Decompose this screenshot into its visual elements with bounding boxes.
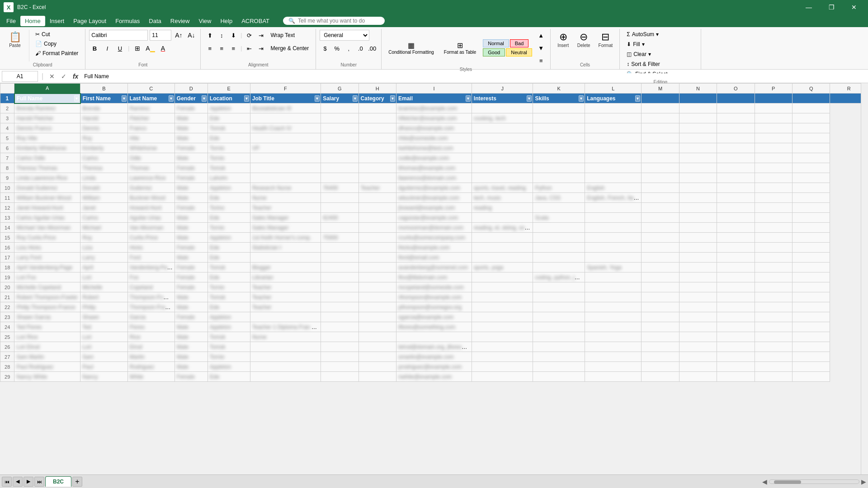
cell[interactable]: Kimberly	[80, 143, 127, 153]
cell-empty[interactable]	[755, 312, 792, 322]
menu-file[interactable]: File	[2, 16, 20, 26]
cell[interactable]: avandenberg@somenet.com	[396, 263, 472, 272]
cell[interactable]: 75900	[321, 233, 359, 243]
cell[interactable]	[533, 282, 585, 292]
cell[interactable]: VP	[250, 143, 321, 153]
filter-button-last-name[interactable]: ▾	[169, 95, 174, 102]
cell[interactable]	[359, 263, 396, 272]
cell[interactable]	[321, 282, 359, 292]
cell[interactable]: Male	[175, 183, 208, 193]
cell-empty[interactable]	[717, 113, 755, 123]
cell-empty[interactable]	[755, 352, 792, 362]
cell-empty[interactable]	[679, 322, 717, 332]
cell-empty[interactable]	[679, 332, 717, 342]
cell-empty[interactable]	[792, 292, 830, 302]
sheet-nav-next[interactable]: ▶	[24, 477, 33, 487]
cell[interactable]	[250, 163, 321, 173]
menu-review[interactable]: Review	[166, 16, 194, 26]
cell[interactable]: Lori	[80, 272, 127, 282]
cell-empty[interactable]	[642, 272, 679, 282]
cell[interactable]: Male	[175, 133, 208, 143]
cell[interactable]	[321, 243, 359, 253]
cell-empty[interactable]	[642, 183, 679, 193]
cell-empty[interactable]	[642, 133, 679, 143]
cell-empty[interactable]	[717, 103, 755, 113]
cell[interactable]: Larry	[80, 253, 127, 263]
cell[interactable]: rhite@somesite.com	[396, 133, 472, 143]
cell-empty[interactable]	[642, 372, 679, 382]
cell[interactable]: Teacher	[250, 292, 321, 302]
font-color-button[interactable]: A	[157, 43, 168, 54]
cell[interactable]	[585, 223, 642, 233]
cell[interactable]	[321, 292, 359, 302]
cell-empty[interactable]	[642, 263, 679, 272]
cell-empty[interactable]	[679, 312, 717, 322]
cell[interactable]: Nurse	[250, 332, 321, 342]
cell-empty[interactable]	[792, 173, 830, 183]
cell[interactable]	[359, 352, 396, 362]
align-left-button[interactable]: ≡	[204, 43, 215, 54]
cell[interactable]	[533, 163, 585, 173]
cell-empty[interactable]	[679, 223, 717, 233]
cell-empty[interactable]	[642, 153, 679, 163]
col-header-o[interactable]: O	[717, 84, 755, 94]
cell[interactable]: rcurtis@somecompany.com	[396, 233, 472, 243]
cell[interactable]	[472, 253, 533, 263]
cell[interactable]: reading	[472, 203, 533, 213]
filter-button-full-name[interactable]: ▾	[74, 95, 79, 102]
cell[interactable]: Ede	[208, 272, 250, 282]
cell[interactable]	[533, 133, 585, 143]
cell[interactable]	[472, 123, 533, 133]
cell[interactable]	[533, 302, 585, 312]
cell[interactable]: Van-Moorman	[127, 223, 175, 233]
style-neutral[interactable]: Neutral	[506, 48, 532, 56]
cell[interactable]: Male	[175, 223, 208, 233]
format-button[interactable]: ⊟ Format	[595, 30, 616, 50]
cell[interactable]: Donald	[80, 183, 127, 193]
cell[interactable]: Blogger	[250, 263, 321, 272]
cell[interactable]: Tornio	[208, 282, 250, 292]
align-top-button[interactable]: ⬆	[204, 30, 215, 41]
cut-button[interactable]: ✂ Cut	[32, 30, 81, 39]
cell-empty[interactable]	[642, 352, 679, 362]
sheet-tab-b2c[interactable]: B2C	[45, 476, 71, 487]
cell[interactable]	[585, 292, 642, 302]
increase-indent-button[interactable]: ⇥	[255, 43, 266, 54]
cell[interactable]	[321, 193, 359, 203]
cell[interactable]: Philip Thompson-France	[14, 302, 80, 312]
cell-empty[interactable]	[679, 362, 717, 372]
cell[interactable]: lford@email.com	[396, 253, 472, 263]
cell[interactable]	[359, 133, 396, 143]
cell[interactable]: Ede	[208, 133, 250, 143]
cell-empty[interactable]	[642, 123, 679, 133]
cell[interactable]: Copeland	[127, 282, 175, 292]
cell-empty[interactable]	[717, 123, 755, 133]
cell-empty[interactable]	[679, 103, 717, 113]
cell[interactable]: Male	[175, 362, 208, 372]
sheet-nav-last[interactable]: ⏭	[34, 477, 44, 487]
cell[interactable]	[250, 362, 321, 372]
cell-empty[interactable]	[717, 243, 755, 253]
cell-empty[interactable]	[792, 362, 830, 372]
fill-button[interactable]: ⬇ Fill ▾	[623, 40, 647, 49]
col-header-c[interactable]: C	[127, 84, 175, 94]
cell-empty[interactable]	[679, 282, 717, 292]
styles-more-button[interactable]: ≡	[536, 55, 547, 66]
cell[interactable]	[533, 372, 585, 382]
cell[interactable]: Male	[175, 113, 208, 123]
cell-empty[interactable]	[792, 183, 830, 193]
indent-increase-button[interactable]: ⇥	[255, 30, 266, 41]
cell[interactable]: Tornio	[208, 352, 250, 362]
cell-empty[interactable]	[642, 322, 679, 332]
cell[interactable]: Larry Ford	[14, 253, 80, 263]
cell[interactable]	[533, 342, 585, 352]
cell[interactable]: sgarcia@example.com	[396, 312, 472, 322]
cell-empty[interactable]	[642, 223, 679, 233]
cell[interactable]	[321, 263, 359, 272]
col-header-n[interactable]: N	[679, 84, 717, 94]
cell[interactable]: bramirez@example.com	[396, 103, 472, 113]
cell[interactable]: Liza	[80, 243, 127, 253]
cell[interactable]	[359, 272, 396, 282]
cell[interactable]: Sam	[80, 352, 127, 362]
cell-empty[interactable]	[792, 253, 830, 263]
